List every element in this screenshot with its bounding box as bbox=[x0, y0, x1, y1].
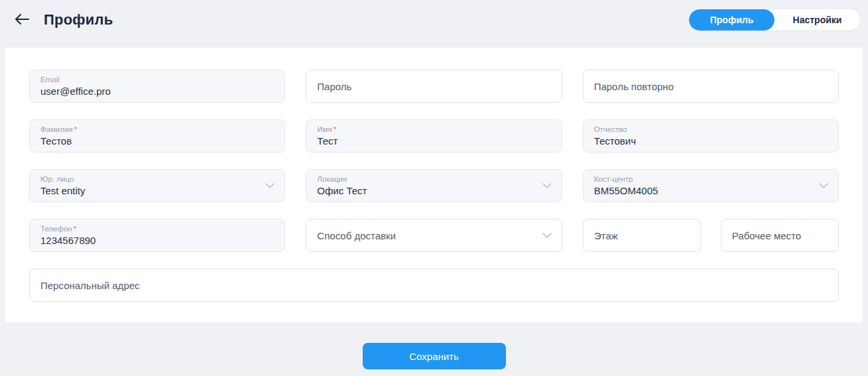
password-repeat-field[interactable] bbox=[583, 70, 839, 103]
page-header: Профиль Профиль Настройки bbox=[0, 0, 868, 40]
last-name-input[interactable] bbox=[40, 135, 258, 147]
email-label: Email bbox=[40, 75, 258, 84]
back-button[interactable] bbox=[11, 9, 33, 31]
cost-center-select[interactable]: Кост-центр BM55OM4005 bbox=[583, 169, 839, 202]
middle-name-label: Отчество bbox=[594, 125, 812, 134]
floor-input[interactable] bbox=[594, 229, 674, 242]
last-name-label: Фамилия bbox=[40, 125, 73, 133]
personal-address-field[interactable] bbox=[29, 269, 839, 302]
required-marker: * bbox=[334, 125, 336, 133]
header-tabs: Профиль Настройки bbox=[689, 9, 860, 31]
chevron-down-icon bbox=[818, 180, 829, 191]
password-repeat-input[interactable] bbox=[594, 80, 812, 93]
floor-field[interactable] bbox=[583, 219, 701, 252]
save-button[interactable]: Сохранить bbox=[363, 343, 506, 369]
arrow-left-icon bbox=[15, 13, 29, 27]
page-title: Профиль bbox=[44, 11, 113, 29]
phone-input[interactable] bbox=[40, 234, 258, 247]
email-input[interactable] bbox=[40, 85, 258, 97]
first-name-field[interactable]: Имя* bbox=[306, 119, 562, 153]
location-value: Офис Тест bbox=[317, 184, 534, 197]
tab-profile[interactable]: Профиль bbox=[689, 9, 775, 31]
legal-entity-label: Юр. лицо bbox=[40, 174, 258, 184]
cost-center-value: BM55OM4005 bbox=[594, 184, 812, 197]
chevron-down-icon bbox=[542, 230, 552, 241]
profile-form-card: Email Фамилия* Имя* Отчество Юр. лицо Te… bbox=[5, 48, 863, 322]
delivery-method-placeholder: Способ доставки bbox=[317, 229, 534, 242]
legal-entity-select[interactable]: Юр. лицо Test entity bbox=[29, 169, 285, 202]
legal-entity-value: Test entity bbox=[40, 184, 258, 197]
password-input[interactable] bbox=[317, 80, 534, 93]
required-marker: * bbox=[74, 125, 77, 133]
middle-name-field[interactable]: Отчество bbox=[583, 119, 839, 153]
location-label: Локация bbox=[317, 174, 534, 184]
delivery-method-select[interactable]: Способ доставки bbox=[306, 219, 562, 252]
chevron-down-icon bbox=[265, 180, 275, 191]
last-name-field[interactable]: Фамилия* bbox=[29, 119, 285, 153]
first-name-label: Имя bbox=[317, 125, 332, 133]
tab-settings[interactable]: Настройки bbox=[775, 9, 860, 31]
personal-address-input[interactable] bbox=[40, 279, 812, 292]
chevron-down-icon bbox=[542, 180, 552, 191]
phone-label: Телефон bbox=[40, 225, 72, 233]
email-field[interactable]: Email bbox=[29, 70, 285, 103]
workplace-field[interactable] bbox=[721, 219, 839, 252]
password-field[interactable] bbox=[306, 70, 562, 103]
workplace-input[interactable] bbox=[732, 229, 812, 242]
middle-name-input[interactable] bbox=[594, 135, 812, 147]
phone-field[interactable]: Телефон* bbox=[29, 219, 285, 252]
first-name-input[interactable] bbox=[317, 135, 534, 147]
cost-center-label: Кост-центр bbox=[594, 174, 812, 184]
form-footer: Сохранить bbox=[0, 343, 868, 369]
location-select[interactable]: Локация Офис Тест bbox=[306, 169, 562, 202]
required-marker: * bbox=[74, 225, 76, 233]
